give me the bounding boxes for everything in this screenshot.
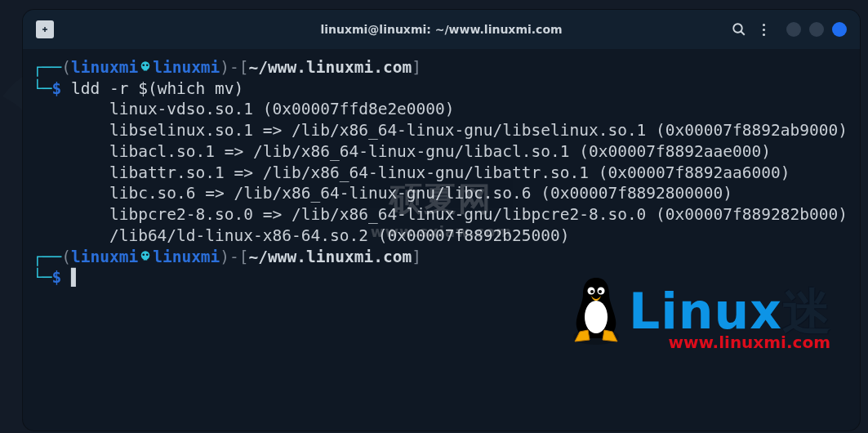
terminal-content: (linuxmilinuxmi)-[~/www.linuxmi.com] $ l… <box>33 57 850 288</box>
titlebar: linuxmi@linuxmi: ~/www.linuxmi.com <box>23 10 860 49</box>
svg-point-8 <box>143 253 145 256</box>
output-line: libattr.so.1 => /lib/x86_64-linux-gnu/li… <box>33 163 790 182</box>
linuxmi-url: www.linuxmi.com <box>668 332 830 353</box>
terminal-body[interactable]: 硕夏网 www.sxiaw.com (linuxmilinuxmi)-[~/ww… <box>23 49 860 431</box>
svg-point-11 <box>573 328 619 345</box>
maximize-button[interactable] <box>809 22 824 37</box>
output-line: /lib64/ld-linux-x86-64.so.2 (0x00007f889… <box>33 226 569 245</box>
search-icon[interactable] <box>732 22 746 37</box>
terminal-window: linuxmi@linuxmi: ~/www.linuxmi.com 硕夏网 w… <box>23 10 860 431</box>
output-line: libpcre2-8.so.0 => /lib/x86_64-linux-gnu… <box>33 205 848 224</box>
svg-point-7 <box>141 251 150 260</box>
svg-point-9 <box>146 253 149 256</box>
minimize-button[interactable] <box>786 22 801 37</box>
cursor: ▌ <box>71 268 81 287</box>
svg-point-1 <box>733 24 742 33</box>
output-line: libacl.so.1 => /lib/x86_64-linux-gnu/lib… <box>33 142 771 161</box>
svg-point-5 <box>146 64 149 66</box>
output-line: libc.so.6 => /lib/x86_64-linux-gnu/libc.… <box>33 184 732 203</box>
svg-point-4 <box>143 64 145 66</box>
svg-rect-10 <box>144 258 148 260</box>
svg-point-3 <box>141 61 150 70</box>
svg-point-15 <box>590 290 594 293</box>
command-text: ldd -r $(which mv) <box>71 79 243 98</box>
menu-icon[interactable] <box>759 24 768 36</box>
svg-point-16 <box>599 290 602 293</box>
svg-point-12 <box>585 301 608 333</box>
window-title: linuxmi@linuxmi: ~/www.linuxmi.com <box>320 23 562 36</box>
output-line: linux-vdso.so.1 (0x00007ffd8e2e0000) <box>33 100 455 118</box>
new-tab-button[interactable] <box>36 20 54 38</box>
close-button[interactable] <box>832 22 847 37</box>
svg-line-2 <box>741 31 745 35</box>
output-line: libselinux.so.1 => /lib/x86_64-linux-gnu… <box>33 121 848 140</box>
svg-rect-6 <box>144 69 148 70</box>
